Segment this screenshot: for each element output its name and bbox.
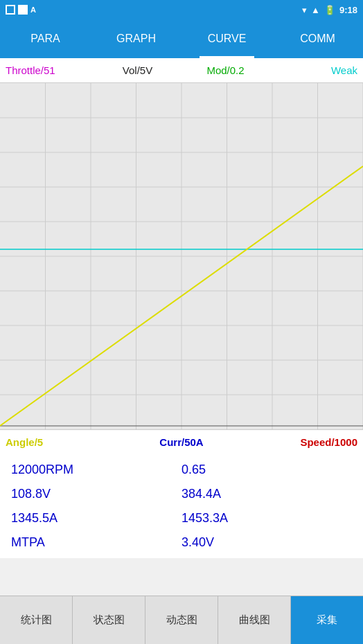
signal-icon: ▲ [311,5,320,15]
status-right-icons: ▾ ▲ 🔋 9:18 [302,5,357,15]
tab-curve[interactable]: CURVE [182,19,272,58]
mod-label: Mod/0.2 [182,64,269,76]
status-time: 9:18 [339,5,357,15]
curr-label: Curr/50A [123,436,240,448]
angle-label: Angle/5 [6,436,123,448]
status-square-2 [18,5,28,15]
chart-svg [0,83,363,429]
data-val1: 0.65 [182,463,352,477]
data-voltage: 108.8V [11,487,182,501]
wifi-icon: ▾ [302,5,307,15]
battery-icon: 🔋 [324,5,335,15]
data-val4: 3.40V [182,535,352,550]
data-current: 1345.5A [11,511,182,526]
header-labels: Throttle/51 Vol/5V Mod/0.2 Weak [0,58,363,83]
data-val3: 1453.3A [182,511,352,526]
nav-dynamic[interactable]: 动态图 [145,596,218,644]
status-icon-a: A [30,6,36,14]
nav-curve[interactable]: 曲线图 [218,596,291,644]
data-section: 12000RPM 0.65 108.8V 384.4A 1345.5A 1453… [0,454,363,558]
nav-state[interactable]: 状态图 [73,596,145,644]
nav-stats[interactable]: 统计图 [0,596,73,644]
data-val2: 384.4A [182,487,352,501]
data-rpm: 12000RPM [11,463,182,477]
tab-para[interactable]: PARA [0,19,91,58]
tab-bar: PARA GRAPH CURVE COMM [0,19,363,58]
status-bar: A ▾ ▲ 🔋 9:18 [0,0,363,19]
speed-label: Speed/1000 [240,436,357,448]
tab-comm[interactable]: COMM [272,19,363,58]
weak-label: Weak [269,64,357,76]
chart-area[interactable] [0,83,363,429]
footer-labels: Angle/5 Curr/50A Speed/1000 [0,429,363,454]
status-square-1 [6,5,15,15]
tab-graph[interactable]: GRAPH [91,19,182,58]
nav-collect[interactable]: 采集 [291,596,363,644]
status-left-icons: A [6,5,36,15]
data-mtpa: MTPA [11,535,182,550]
throttle-label: Throttle/51 [6,64,94,76]
vol-label: Vol/5V [94,64,182,76]
bottom-nav: 统计图 状态图 动态图 曲线图 采集 [0,596,363,644]
